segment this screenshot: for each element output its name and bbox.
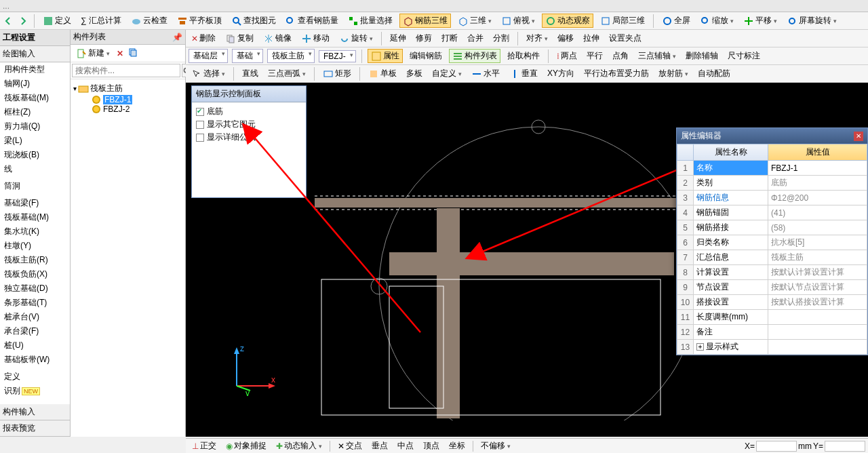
stretch-button[interactable]: 拉伸 [580,32,602,45]
zoom-button[interactable]: 缩放▾ [697,14,736,27]
single-board-button[interactable]: 单板 [366,67,399,80]
rotate-button[interactable]: 旋转▾ [336,32,376,45]
property-row[interactable]: 3钢筋信息Φ12@200 [677,191,867,205]
nav-right-icon[interactable] [18,16,28,26]
no-offset-select[interactable]: 不偏移▾ [477,439,514,453]
dimension-button[interactable]: 尺寸标注 [725,50,763,62]
split-button[interactable]: 分割 [490,32,512,45]
tree-item-fbzj2[interactable]: FBZJ-2 [73,104,182,114]
property-row[interactable]: 12备注 [677,325,867,340]
tri-aux-button[interactable]: 三点辅轴▾ [635,50,679,62]
list-item[interactable]: 现浇板(B) [0,148,70,162]
snap-vertex[interactable]: 顶点 [420,439,443,453]
delete-button[interactable]: ✕删除 [189,32,218,45]
checkbox-show-other[interactable] [196,121,204,129]
list-item[interactable]: 柱墩(Y) [0,239,70,253]
new-button[interactable]: 新建▾ [73,47,113,60]
two-point-button[interactable]: ⁞两点 [554,50,580,62]
draw-input-header[interactable]: 绘图输入 [0,46,70,62]
list-item[interactable]: 线 [0,162,70,176]
layer-select[interactable]: 基础层 [189,49,228,63]
property-row[interactable]: 11长度调整(mm) [677,310,867,325]
list-item[interactable]: 独立基础(D) [0,281,70,296]
tree-root[interactable]: ▾ 筏板主筋 [73,82,182,95]
rebar-display-panel[interactable]: 钢筋显示控制面板 底筋 显示其它图元 显示详细公式 [191,85,307,198]
list-item[interactable]: 承台梁(F) [0,324,70,338]
search-input[interactable] [72,64,180,77]
snap-perpendicular[interactable]: 垂点 [368,439,391,453]
property-row[interactable]: 4钢筋锚固(41) [677,205,867,220]
component-list-button[interactable]: 构件列表 [449,49,500,63]
mirror-button[interactable]: 镜像 [260,32,294,45]
rect-button[interactable]: 矩形 [320,67,354,80]
property-editor-panel[interactable]: 属性编辑器 ✕ 属性名称属性值 1名称FBZJ-12类别底筋3钢筋信息Φ12@2… [676,127,868,355]
radial-rebar-button[interactable]: 放射筋▾ [656,67,691,80]
tree-item-fbzj1[interactable]: FBZJ-1 [73,95,182,104]
property-row[interactable]: 6归类名称抗水板[5] [677,235,867,250]
list-item[interactable]: 剪力墙(Q) [0,119,70,134]
define-button[interactable]: 定义 [40,14,74,27]
list-item[interactable]: 轴网(J) [0,77,70,91]
eng-settings-header[interactable]: 工程设置 [0,30,70,46]
list-item[interactable]: 定义 [0,370,70,384]
point-angle-button[interactable]: 点角 [610,50,631,62]
rebar-3d-button[interactable]: 钢筋三维 [399,14,451,28]
list-item[interactable]: 基础梁(F) [0,196,70,210]
pan-button[interactable]: 平移▾ [741,14,780,27]
dynamic-observe-button[interactable]: 动态观察 [542,14,593,28]
list-item[interactable]: 桩(U) [0,338,70,353]
copy-button[interactable]: 复制 [222,32,256,45]
list-item[interactable]: 桩承台(V) [0,310,70,324]
extend-button[interactable]: 延伸 [387,32,409,45]
list-item[interactable]: 基础板带(W) [0,353,70,367]
set-grip-button[interactable]: 设置夹点 [606,32,644,45]
multi-board-button[interactable]: 多板 [403,67,425,80]
align-button[interactable]: 对齐▾ [524,32,551,45]
move-button[interactable]: 移动 [298,32,332,45]
y-coord-field[interactable] [825,441,865,452]
select-tool-button[interactable]: 选择▾ [189,67,228,80]
object-snap-toggle[interactable]: ◉对象捕捉 [222,439,270,453]
vertical-button[interactable]: 垂直 [507,67,540,80]
edit-rebar-button[interactable]: 编辑钢筋 [407,50,445,62]
list-item[interactable]: 筏板负筋(X) [0,267,70,281]
find-element-button[interactable]: 查找图元 [229,14,279,27]
checkbox-show-formula[interactable] [196,134,204,142]
trim-button[interactable]: 修剪 [413,32,435,45]
local-3d-button[interactable]: 局部三维 [597,14,648,27]
delete-aux-button[interactable]: 删除辅轴 [683,50,721,62]
offset-button[interactable]: 偏移 [555,32,576,45]
snap-intersection[interactable]: ✕交点 [334,439,366,453]
parallel-side-rebar-button[interactable]: 平行边布置受力筋 [581,67,652,80]
property-row[interactable]: 9节点设置按默认节点设置计算 [677,280,867,295]
rotate-screen-button[interactable]: 屏幕旋转▾ [784,14,840,27]
xy-direction-button[interactable]: XY方向 [545,67,577,80]
summary-button[interactable]: ∑ 汇总计算 [78,14,124,27]
arc3-button[interactable]: 三点画弧▾ [265,67,309,80]
batch-select-button[interactable]: 批量选择 [345,14,395,27]
ortho-toggle[interactable]: ⊥正交 [189,439,220,453]
property-row[interactable]: 10搭接设置按默认搭接设置计算 [677,295,867,310]
three-d-button[interactable]: 三维▾ [455,14,494,27]
nav-left-icon[interactable] [3,16,14,26]
property-row[interactable]: 5钢筋搭接(58) [677,220,867,235]
delete-icon[interactable]: ✕ [117,49,123,58]
dynamic-input-toggle[interactable]: ✚动态输入▾ [273,439,326,453]
snap-midpoint[interactable]: 中点 [394,439,417,453]
property-row[interactable]: 1名称FBZJ-1 [677,161,867,176]
cloud-check-button[interactable]: 云检查 [128,14,170,27]
list-item[interactable]: 筒洞 [0,179,70,193]
list-item[interactable]: 梁(L) [0,134,70,148]
subtype-select[interactable]: 筏板主筋 [267,49,315,63]
merge-button[interactable]: 合并 [465,32,486,45]
properties-button[interactable]: 属性 [368,49,403,63]
break-button[interactable]: 打断 [439,32,460,45]
close-icon[interactable]: ✕ [854,132,863,141]
list-item[interactable]: 筏板主筋(R) [0,253,70,267]
parallel-button[interactable]: 平行 [584,50,606,62]
category-select[interactable]: 基础 [232,49,263,63]
list-item[interactable]: 框柱(Z) [0,105,70,119]
list-item[interactable]: 识别NEW [0,384,70,398]
snap-coordinate[interactable]: 坐标 [446,439,469,453]
top-view-button[interactable]: 俯视▾ [498,14,538,27]
